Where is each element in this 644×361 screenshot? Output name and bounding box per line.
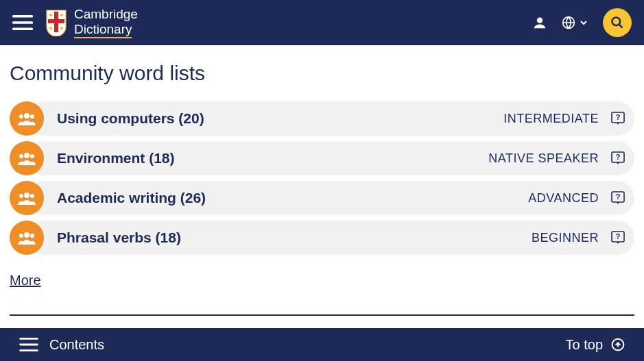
- help-icon: ?: [611, 112, 625, 125]
- list-item-title: Phrasal verbs (18): [57, 229, 181, 246]
- help-icon: ?: [611, 151, 625, 165]
- list-item-level: ADVANCED: [528, 191, 599, 206]
- users-icon: [18, 231, 36, 245]
- help-icon: ?: [611, 191, 625, 205]
- svg-text:?: ?: [616, 192, 621, 201]
- community-icon-button[interactable]: [10, 141, 44, 175]
- search-icon: [610, 16, 624, 29]
- svg-point-19: [19, 154, 23, 158]
- svg-point-14: [19, 114, 23, 119]
- list-item-title: Academic writing (26): [57, 190, 206, 206]
- list-item: Academic writing (26) ADVANCED ?: [10, 181, 634, 215]
- list-item: Using computers (20) INTERMEDIATE ?: [10, 101, 634, 136]
- users-icon: [18, 151, 36, 165]
- svg-rect-0: [12, 15, 33, 17]
- brand-line2: Dictionary: [74, 22, 132, 39]
- svg-line-12: [619, 25, 623, 28]
- main-content: Community word lists Using computers (20…: [0, 45, 644, 329]
- footer: Contents To top: [0, 328, 644, 361]
- help-button[interactable]: ?: [611, 112, 625, 125]
- search-button[interactable]: [603, 8, 632, 37]
- community-icon-button[interactable]: [10, 101, 44, 136]
- language-button[interactable]: [562, 16, 588, 29]
- user-button[interactable]: [533, 16, 547, 29]
- svg-text:?: ?: [616, 113, 621, 121]
- svg-point-15: [30, 114, 34, 119]
- svg-point-18: [24, 153, 29, 158]
- list-item-title: Using computers (20): [57, 110, 204, 127]
- header-actions: [533, 8, 632, 37]
- help-button[interactable]: ?: [611, 151, 625, 165]
- svg-rect-1: [12, 21, 33, 23]
- list-item-level: INTERMEDIATE: [503, 112, 599, 126]
- svg-point-28: [24, 232, 29, 238]
- users-icon: [18, 191, 36, 205]
- svg-point-25: [30, 194, 34, 198]
- menu-button[interactable]: [12, 14, 33, 31]
- globe-icon: [562, 16, 575, 29]
- svg-point-6: [60, 14, 63, 16]
- svg-point-23: [24, 192, 29, 198]
- list-item-bar[interactable]: Environment (18) NATIVE SPEAKER ?: [27, 141, 634, 175]
- brand-text: Cambridge Dictionary: [74, 7, 138, 39]
- list-item: Environment (18) NATIVE SPEAKER ?: [10, 141, 634, 175]
- list-item-bar[interactable]: Academic writing (26) ADVANCED ?: [27, 181, 634, 215]
- contents-button[interactable]: Contents: [19, 337, 104, 353]
- list-item: Phrasal verbs (18) BEGINNER ?: [10, 221, 634, 255]
- brand-line1: Cambridge: [74, 7, 138, 22]
- hamburger-icon: [19, 337, 38, 352]
- list-item-bar[interactable]: Using computers (20) INTERMEDIATE ?: [27, 101, 634, 136]
- arrow-up-circle-icon: [611, 338, 625, 351]
- svg-point-7: [49, 27, 52, 29]
- svg-rect-2: [12, 28, 33, 30]
- page-title: Community word lists: [10, 62, 634, 85]
- users-icon: [18, 112, 36, 125]
- more-link[interactable]: More: [10, 273, 41, 288]
- community-icon-button[interactable]: [10, 221, 44, 255]
- list-item-title: Environment (18): [57, 150, 175, 166]
- svg-text:?: ?: [616, 232, 621, 240]
- chevron-down-icon: [580, 18, 588, 27]
- help-button[interactable]: ?: [611, 191, 625, 205]
- help-icon: ?: [611, 231, 625, 245]
- svg-point-9: [537, 18, 542, 23]
- community-icon-button[interactable]: [10, 181, 44, 215]
- svg-point-11: [612, 18, 621, 26]
- svg-rect-35: [19, 349, 38, 351]
- header: Cambridge Dictionary: [0, 0, 644, 45]
- to-top-button[interactable]: To top: [566, 337, 625, 353]
- svg-point-8: [60, 27, 63, 29]
- divider: [10, 314, 634, 316]
- list-item-bar[interactable]: Phrasal verbs (18) BEGINNER ?: [27, 221, 634, 255]
- svg-point-29: [19, 234, 23, 238]
- shield-icon: [45, 9, 67, 36]
- list-item-level: BEGINNER: [532, 231, 599, 245]
- hamburger-icon: [12, 14, 33, 31]
- svg-point-20: [30, 154, 34, 158]
- contents-label: Contents: [49, 337, 104, 353]
- user-icon: [533, 16, 547, 29]
- list-item-level: NATIVE SPEAKER: [488, 151, 599, 166]
- word-lists: Using computers (20) INTERMEDIATE ?: [10, 101, 634, 255]
- svg-point-13: [24, 113, 29, 119]
- svg-point-30: [30, 234, 34, 238]
- svg-point-5: [49, 14, 52, 16]
- help-button[interactable]: ?: [611, 231, 625, 245]
- brand-logo[interactable]: Cambridge Dictionary: [45, 7, 138, 39]
- svg-text:?: ?: [616, 153, 621, 161]
- svg-rect-33: [19, 338, 38, 340]
- to-top-label: To top: [566, 337, 603, 353]
- svg-rect-34: [19, 344, 38, 346]
- svg-rect-4: [48, 19, 64, 23]
- svg-point-24: [19, 194, 23, 198]
